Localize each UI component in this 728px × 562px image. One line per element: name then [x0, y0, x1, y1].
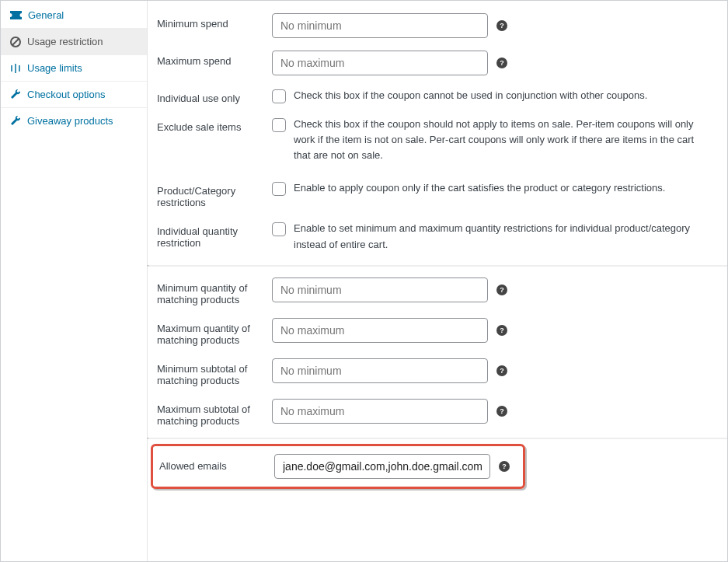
settings-form: Minimum spend ? Maximum spend ? Individu…	[148, 1, 727, 561]
input-maximum-spend[interactable]	[272, 51, 488, 75]
row-min-qty-matching: Minimum quantity of matching products ?	[148, 267, 727, 312]
help-icon[interactable]: ?	[496, 284, 508, 296]
highlight-allowed-emails: Allowed emails ?	[151, 444, 525, 489]
row-max-qty-matching: Maximum quantity of matching products ?	[148, 312, 727, 352]
help-icon[interactable]: ?	[498, 460, 510, 473]
input-max-qty-matching[interactable]	[272, 318, 488, 343]
tabs-sidebar: General Usage restriction Usage limits C…	[1, 1, 148, 561]
help-icon[interactable]: ?	[496, 19, 508, 32]
label-allowed-emails: Allowed emails	[159, 460, 274, 472]
input-minimum-spend[interactable]	[272, 13, 488, 38]
sliders-icon	[10, 63, 21, 74]
label-maximum-spend: Maximum spend	[157, 51, 272, 67]
input-max-subtotal-matching[interactable]	[272, 399, 488, 424]
label-individual-qty-restriction: Individual quantity restriction	[157, 221, 272, 249]
sidebar-item-label: Checkout options	[27, 89, 105, 100]
svg-text:?: ?	[500, 326, 504, 334]
sidebar-item-giveaway-products[interactable]: Giveaway products	[1, 108, 147, 134]
label-max-qty-matching: Maximum quantity of matching products	[157, 318, 272, 346]
wrench-icon	[10, 89, 21, 100]
svg-line-1	[12, 39, 19, 45]
label-min-subtotal-matching: Minimum subtotal of matching products	[157, 358, 272, 386]
input-allowed-emails[interactable]	[274, 454, 490, 479]
desc-exclude-sale: Check this box if the coupon should not …	[294, 117, 713, 163]
desc-prod-cat-restrictions: Enable to apply coupon only if the cart …	[294, 180, 665, 196]
help-icon[interactable]: ?	[496, 405, 508, 417]
row-prod-cat-restrictions: Product/Category restrictions Enable to …	[148, 169, 727, 215]
row-minimum-spend: Minimum spend ?	[148, 7, 727, 44]
desc-individual-use: Check this box if the coupon cannot be u…	[294, 88, 647, 103]
no-entry-icon	[10, 37, 21, 47]
sidebar-item-general[interactable]: General	[1, 2, 147, 29]
svg-text:?: ?	[500, 407, 504, 415]
label-prod-cat-restrictions: Product/Category restrictions	[157, 180, 272, 208]
svg-text:?: ?	[500, 286, 504, 294]
help-icon[interactable]: ?	[496, 324, 508, 337]
input-min-subtotal-matching[interactable]	[272, 358, 488, 383]
ticket-icon	[10, 11, 22, 19]
row-min-subtotal-matching: Minimum subtotal of matching products ?	[148, 352, 727, 393]
svg-text:?: ?	[500, 367, 504, 375]
input-min-qty-matching[interactable]	[272, 278, 488, 302]
sidebar-item-label: Usage restriction	[27, 36, 103, 47]
checkbox-exclude-sale[interactable]	[272, 118, 286, 132]
sidebar-item-label: Giveaway products	[27, 115, 113, 127]
desc-individual-qty-restriction: Enable to set minimum and maximum quanti…	[294, 221, 713, 252]
sidebar-item-checkout-options[interactable]: Checkout options	[1, 82, 147, 108]
label-min-qty-matching: Minimum quantity of matching products	[157, 278, 272, 305]
row-individual-qty-restriction: Individual quantity restriction Enable t…	[148, 215, 727, 264]
row-exclude-sale: Exclude sale items Check this box if the…	[148, 110, 727, 169]
row-individual-use: Individual use only Check this box if th…	[148, 82, 727, 110]
help-icon[interactable]: ?	[496, 365, 508, 377]
help-icon[interactable]: ?	[496, 57, 508, 69]
svg-text:?: ?	[502, 463, 507, 470]
wrench-icon	[10, 116, 21, 127]
row-maximum-spend: Maximum spend ?	[148, 44, 727, 82]
label-minimum-spend: Minimum spend	[157, 13, 272, 30]
checkbox-individual-use[interactable]	[272, 89, 286, 103]
section-separator	[148, 438, 727, 439]
label-individual-use: Individual use only	[157, 88, 272, 104]
coupon-settings-panel: General Usage restriction Usage limits C…	[0, 0, 728, 562]
sidebar-item-usage-limits[interactable]: Usage limits	[1, 55, 147, 82]
label-exclude-sale: Exclude sale items	[157, 117, 272, 133]
sidebar-item-usage-restriction[interactable]: Usage restriction	[1, 29, 147, 55]
sidebar-item-label: General	[28, 9, 64, 21]
svg-text:?: ?	[500, 22, 504, 30]
sidebar-item-label: Usage limits	[27, 62, 82, 74]
row-max-subtotal-matching: Maximum subtotal of matching products ?	[148, 393, 727, 438]
checkbox-prod-cat-restrictions[interactable]	[272, 182, 286, 196]
svg-text:?: ?	[500, 59, 504, 67]
label-max-subtotal-matching: Maximum subtotal of matching products	[157, 399, 272, 427]
checkbox-individual-qty-restriction[interactable]	[272, 222, 286, 236]
